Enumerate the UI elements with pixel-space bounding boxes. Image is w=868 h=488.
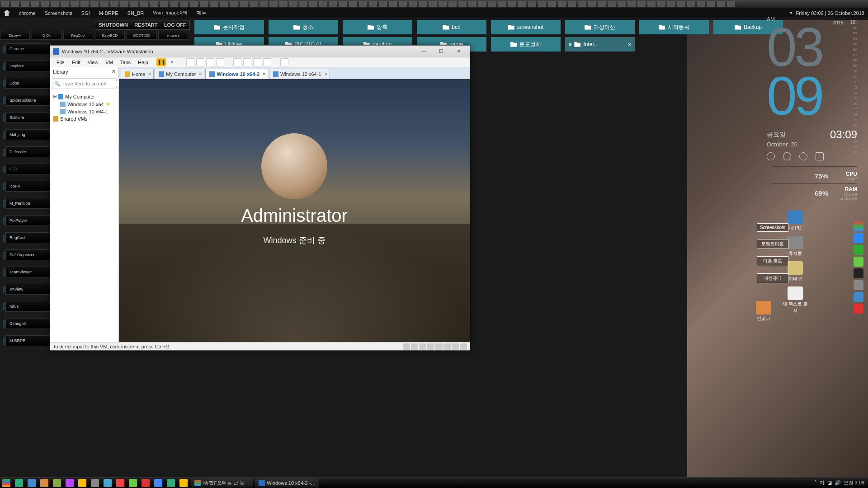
start-button[interactable] <box>2 479 10 487</box>
taskbar-icon[interactable] <box>28 479 36 487</box>
search-input[interactable] <box>62 81 125 86</box>
top-app-icon[interactable] <box>230 1 238 7</box>
power-icon[interactable] <box>767 152 775 160</box>
top-app-icon[interactable] <box>399 1 407 7</box>
toolbar-btn-1[interactable] <box>186 58 194 66</box>
top-app-icon[interactable] <box>468 1 476 7</box>
top-app-icon[interactable] <box>279 1 288 7</box>
top-app-icon[interactable] <box>120 1 128 7</box>
tab-home[interactable]: Home✕ <box>121 69 154 79</box>
top-app-icon[interactable] <box>598 1 606 7</box>
tree-shared[interactable]: Shared VMs <box>51 115 118 122</box>
sidebar-item[interactable]: RegCool <box>5 232 51 243</box>
top-app-icon[interactable] <box>180 1 188 7</box>
menu-snbr[interactable]: SN_BR <box>123 10 149 16</box>
top-app-icon[interactable] <box>359 1 367 7</box>
top-app-icon[interactable] <box>319 1 327 7</box>
tray-lang-icon[interactable]: 가 <box>820 479 825 486</box>
mini-launcher[interactable]: EasyBCD <box>95 31 125 40</box>
top-app-icon[interactable] <box>200 1 208 7</box>
sidebar-item[interactable]: SoftOrganizer <box>5 249 51 260</box>
menu-menu[interactable]: 메뉴 <box>192 9 211 16</box>
top-app-icon[interactable] <box>488 1 496 7</box>
top-app-icon[interactable] <box>568 1 576 7</box>
top-app-icon[interactable] <box>160 1 168 7</box>
vm-menu-help[interactable]: Help <box>134 60 152 65</box>
tray-vol-icon[interactable]: 🔊 <box>835 480 841 486</box>
vm-menu-edit[interactable]: Edit <box>68 60 84 65</box>
top-app-icon[interactable] <box>11 1 19 7</box>
tray-time[interactable]: 오전 3:09 <box>844 479 864 486</box>
top-app-icon[interactable] <box>409 1 417 7</box>
logoff-button[interactable]: LOG OFF <box>164 22 186 28</box>
sidebar-item[interactable]: XnView <box>5 284 51 295</box>
minimize-button[interactable]: ─ <box>415 47 433 56</box>
folder-tile[interactable]: 청소 <box>269 20 338 34</box>
top-app-icon[interactable] <box>608 1 616 7</box>
top-app-icon[interactable] <box>637 1 646 7</box>
top-app-icon[interactable] <box>439 1 447 7</box>
tab-win10-2[interactable]: Windows 10 x64-2✕ <box>205 69 268 79</box>
toolbar-btn-6[interactable] <box>243 58 251 66</box>
taskbar-icon[interactable] <box>104 479 112 487</box>
sidebar-item[interactable]: M_Partition <box>5 198 51 209</box>
top-app-icon[interactable] <box>150 1 158 7</box>
top-app-icon[interactable] <box>518 1 526 7</box>
sidebar-item[interactable]: Iexplore <box>5 61 51 71</box>
menu-screenshots[interactable]: Screenshots <box>40 10 77 16</box>
top-app-icon[interactable] <box>80 1 89 7</box>
sidebar-item[interactable]: Chrome <box>5 43 51 54</box>
top-app-icon[interactable] <box>379 1 387 7</box>
top-app-icon[interactable] <box>458 1 467 7</box>
toolbar-btn-7[interactable] <box>253 58 261 66</box>
top-app-icon[interactable] <box>389 1 397 7</box>
vm-titlebar[interactable]: Windows 10 x64-2 - VMware Workstation ─ … <box>50 46 470 57</box>
folder-tile[interactable]: screenshot <box>491 20 561 34</box>
maximize-button[interactable]: ☐ <box>433 47 450 56</box>
top-app-icon[interactable] <box>170 1 178 7</box>
folder-tab-active[interactable]: ≡Inter...✕ <box>565 37 635 52</box>
top-app-icon[interactable] <box>707 1 715 7</box>
top-app-icon[interactable] <box>140 1 148 7</box>
vm-menu-tabs[interactable]: Tabs <box>117 60 134 65</box>
sidebar-item[interactable]: CGI <box>5 164 51 174</box>
top-app-icon[interactable] <box>61 1 69 7</box>
taskbar-btn-2[interactable]: Windows 10 x64-2 -… <box>255 479 319 488</box>
taskbar-icon[interactable] <box>91 479 99 487</box>
top-app-icon[interactable] <box>687 1 695 7</box>
toolbar-btn-5[interactable] <box>233 58 241 66</box>
mini-launcher[interactable]: Q-Dir <box>32 31 61 40</box>
vm-guest-screen[interactable]: Administrator Windows 준비 중 <box>119 79 470 342</box>
top-app-icon[interactable] <box>677 1 685 7</box>
vm-menu-vm[interactable]: VM <box>102 60 117 65</box>
top-app-icon[interactable] <box>697 1 705 7</box>
top-app-icon[interactable] <box>110 1 118 7</box>
restart-icon[interactable] <box>783 152 791 160</box>
rstrip-chrome-icon[interactable] <box>854 221 863 231</box>
top-app-icon[interactable] <box>339 1 347 7</box>
taskbar-icon[interactable] <box>129 479 137 487</box>
rstrip-app1-icon[interactable] <box>854 245 863 255</box>
top-app-icon[interactable] <box>558 1 566 7</box>
top-app-icon[interactable] <box>309 1 317 7</box>
toolbar-btn-8[interactable] <box>263 58 271 66</box>
desktop-icon[interactable]: 새 텍스트 문서 <box>782 286 808 314</box>
top-app-icon[interactable] <box>130 1 138 7</box>
folder-tile[interactable]: 문서작업 <box>194 20 264 34</box>
taskbar-icon[interactable] <box>40 479 48 487</box>
mini-launcher[interactable]: BOOTICE <box>127 31 156 40</box>
toolbar-btn-3[interactable] <box>206 58 214 66</box>
taskbar-icon[interactable] <box>142 479 150 487</box>
top-app-icon[interactable] <box>31 1 39 7</box>
rstrip-app3-icon[interactable] <box>854 268 863 278</box>
home-icon[interactable] <box>4 10 10 16</box>
sidebar-item[interactable]: Mahjong <box>5 129 51 140</box>
menu-sgi[interactable]: SGI <box>77 10 94 16</box>
taskbar-icon[interactable] <box>179 479 188 487</box>
top-app-icon[interactable] <box>667 1 675 7</box>
top-app-icon[interactable] <box>41 1 49 7</box>
top-app-icon[interactable] <box>329 1 337 7</box>
tree-vm2[interactable]: Windows 10 x64-1 <box>51 108 118 115</box>
sidebar-item[interactable]: SpiderSolitaire <box>5 95 51 106</box>
rstrip-ie-icon[interactable] <box>854 233 863 243</box>
